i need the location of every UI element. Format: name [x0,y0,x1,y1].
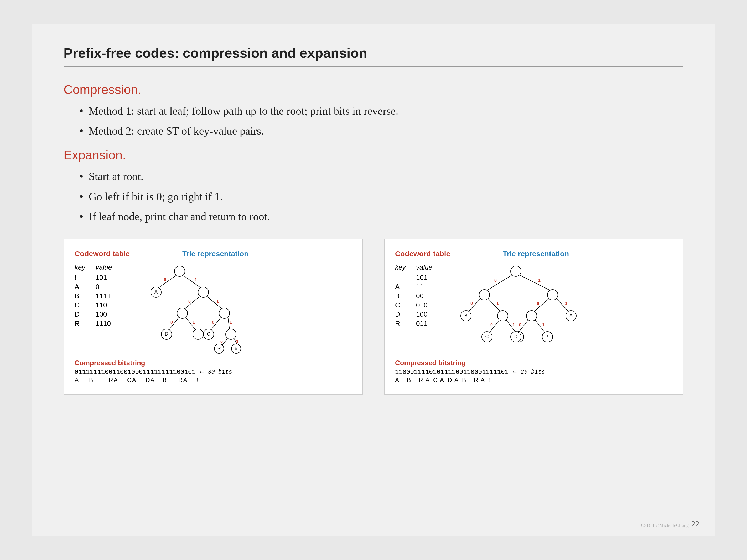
svg-line-8 [185,297,199,309]
left-trie-label: Trie representation [182,250,249,258]
expansion-bullets: Start at root. Go left if bit is 0; go r… [79,170,684,223]
right-row-3: B00 [395,292,437,300]
svg-text:B: B [235,346,238,351]
svg-text:1: 1 [236,339,238,344]
svg-text:1: 1 [565,301,567,305]
right-diagram: Codeword table Trie representation key v… [384,239,684,395]
expansion-title: Expansion. [63,148,684,162]
svg-point-37 [511,266,521,276]
compression-bullet-2: Method 2: create ST of key-value pairs. [79,125,684,137]
left-codeword-table: key value !101 A0 B1111 C110 D100 R1110 [75,263,117,329]
svg-line-10 [207,297,222,309]
svg-point-28 [226,329,236,340]
right-trie-svg: 0 1 0 1 [447,263,584,353]
svg-line-40 [520,275,550,290]
right-diagram-header: Codeword table Trie representation [395,250,672,258]
svg-text:A: A [154,289,158,295]
svg-text:0: 0 [164,277,166,282]
svg-text:D: D [165,331,169,337]
left-trie-svg: 0 1 A 0 1 [127,263,237,353]
svg-text:0: 0 [212,320,214,324]
svg-text:0: 0 [171,320,173,324]
expansion-bullet-1: Start at root. [79,170,684,183]
left-row-1: !101 [75,273,117,282]
svg-text:0: 0 [470,301,473,305]
svg-text:1: 1 [513,323,515,327]
svg-point-42 [479,290,490,300]
slide: Prefix-free codes: compression and expan… [32,24,715,536]
right-compressed-label: Compressed bitstring [395,359,672,367]
svg-text:!: ! [547,334,548,339]
svg-text:1: 1 [192,320,195,324]
svg-text:1: 1 [216,299,219,303]
svg-text:D: D [514,334,518,339]
right-table-header: key value [395,263,437,271]
left-row-6: R1110 [75,320,117,328]
left-compressed: Compressed bitstring 0111111100110010001… [75,359,352,384]
svg-point-43 [547,290,558,300]
expansion-bullet-2: Go left if bit is 0; go right if 1. [79,190,684,203]
left-row-5: D100 [75,310,117,318]
left-diagram-header: Codeword table Trie representation [75,250,352,258]
svg-point-65 [526,311,537,321]
svg-line-3 [184,276,201,288]
right-row-1: !101 [395,273,437,282]
svg-text:0: 0 [188,299,191,303]
right-compressed-bits: 110001111010111100110001111101 ← 29 bits [395,369,672,376]
svg-text:1: 1 [538,278,541,283]
right-row-2: A11 [395,283,437,291]
svg-text:0: 0 [537,301,539,305]
svg-text:1: 1 [195,277,197,282]
left-table-header: key value [75,263,117,271]
svg-text:C: C [207,331,210,337]
left-compressed-label: Compressed bitstring [75,359,352,367]
svg-text:!: ! [197,331,199,337]
left-row-4: C110 [75,301,117,309]
svg-point-50 [497,311,508,321]
svg-text:C: C [485,334,489,339]
svg-point-7 [198,287,209,297]
svg-text:1: 1 [230,320,232,324]
left-diagram: Codeword table Trie representation key v… [63,239,363,395]
svg-point-12 [177,308,187,318]
svg-text:R: R [217,346,221,351]
compression-bullets: Method 1: start at leaf; follow path up … [79,105,684,138]
compression-title: Compression. [63,82,684,97]
svg-text:1: 1 [542,323,544,327]
svg-point-13 [219,308,230,318]
left-table-and-trie: key value !101 A0 B1111 C110 D100 R1110 [75,263,352,354]
page-number: 22 [691,519,699,528]
svg-line-1 [159,276,176,288]
compression-bullet-1: Method 1: start at leaf; follow path up … [79,105,684,117]
left-codeword-label: Codeword table [75,250,130,258]
svg-text:B: B [464,313,467,318]
svg-text:0: 0 [519,323,521,327]
right-codeword-label: Codeword table [395,250,450,258]
right-codeword-table: key value !101 A11 B00 C010 D100 R011 [395,263,437,329]
right-row-6: R011 [395,320,437,328]
watermark: CSD II ©MichelleChung [641,523,689,528]
right-trie-label: Trie representation [503,250,569,258]
right-table-and-trie: key value !101 A11 B00 C010 D100 R011 [395,263,672,354]
svg-line-38 [487,275,511,290]
svg-text:0: 0 [494,278,497,283]
right-row-4: C010 [395,301,437,309]
svg-line-59 [534,299,548,311]
svg-text:0: 0 [490,323,493,327]
left-row-3: B1111 [75,292,117,300]
right-char-labels: A B R A C A D A B R A ! [395,377,672,384]
svg-text:1: 1 [496,301,499,305]
expansion-bullet-3: If leaf node, print char and return to r… [79,210,684,223]
slide-title: Prefix-free codes: compression and expan… [63,45,684,67]
left-row-2: A0 [75,283,117,291]
right-compressed: Compressed bitstring 1100011110101111001… [395,359,672,384]
svg-text:0: 0 [221,339,223,344]
right-trie: 0 1 0 1 [447,263,672,354]
left-compressed-bits: 01111111001100100011111111100101 ← 30 bi… [75,369,352,376]
left-trie: 0 1 A 0 1 [127,263,352,354]
svg-text:A: A [569,313,573,318]
svg-point-0 [174,266,185,276]
left-char-labels: A B RA CA DA B RA ! [75,377,352,384]
right-row-5: D100 [395,310,437,318]
diagrams-row: Codeword table Trie representation key v… [63,239,684,395]
